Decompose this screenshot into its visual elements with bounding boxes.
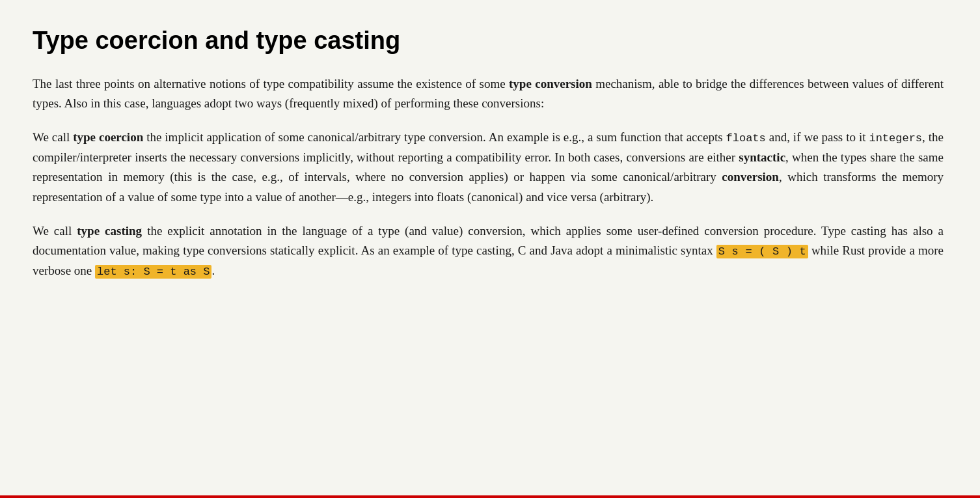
paragraph-3: We call type casting the explicit annota… <box>33 221 944 281</box>
paragraph-2: We call type coercion the implicit appli… <box>33 128 944 207</box>
para2-bold1: type coercion <box>73 130 143 144</box>
para2-mono1: floats <box>726 132 766 145</box>
para2-bold3: conversion <box>722 170 779 184</box>
para2-text-middle2: and, if we pass to it <box>766 130 869 144</box>
page-title: Type coercion and type casting <box>33 26 944 56</box>
para2-text-before: We call <box>33 130 73 144</box>
para3-code2: let s: S = t as S <box>95 265 211 279</box>
para3-text-before: We call <box>33 224 77 238</box>
para2-text-middle1: the implicit application of some canonic… <box>143 130 726 144</box>
para3-text-end: . <box>211 264 215 277</box>
para3-code1: S s = ( S ) t <box>716 245 808 258</box>
para2-mono2: integers <box>869 132 922 145</box>
main-content: Type coercion and type casting The last … <box>33 26 944 281</box>
para1-text-before: The last three points on alternative not… <box>33 77 509 90</box>
para1-bold1: type conversion <box>509 77 592 90</box>
para2-bold2: syntactic <box>739 150 785 164</box>
para3-bold1: type casting <box>77 224 142 238</box>
paragraph-1: The last three points on alternative not… <box>33 74 944 114</box>
